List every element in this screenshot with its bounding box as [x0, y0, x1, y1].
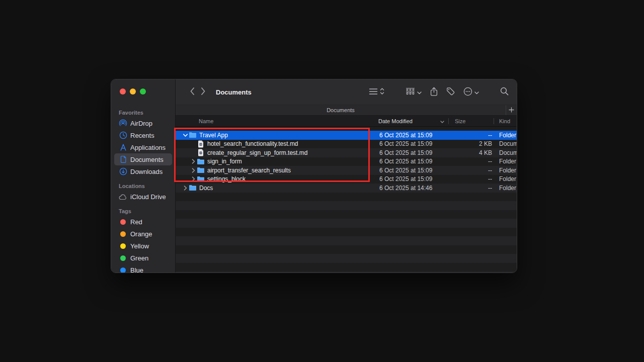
date-modified-cell: 6 Oct 2025 at 15:09 [378, 140, 449, 147]
sidebar-section-tags: TagsRedOrangeYellowGreenBlue [111, 208, 175, 273]
more-button[interactable] [463, 87, 479, 98]
new-tab-button[interactable] [506, 105, 517, 115]
sidebar-item-label: Orange [130, 230, 152, 238]
empty-row [176, 263, 517, 272]
sidebar-item-label: Recents [130, 132, 154, 139]
size-cell: -- [449, 158, 494, 165]
zoom-button[interactable] [140, 88, 146, 95]
sort-chevron-icon [440, 118, 444, 124]
chevron-down-icon [474, 88, 479, 96]
back-button[interactable] [187, 87, 198, 97]
sidebar-item-label: AirDrop [130, 120, 152, 127]
sidebar-section-label: Tags [111, 208, 175, 216]
empty-row [176, 210, 517, 219]
view-switcher-button[interactable] [369, 87, 384, 97]
tag-dot-icon [119, 242, 127, 250]
sidebar-item-orange[interactable]: Orange [114, 228, 172, 240]
file-name: create_regular_sign_up_form.test.md [207, 149, 307, 156]
more-icon [463, 87, 472, 98]
column-header-size[interactable]: Size [449, 116, 494, 126]
forward-button[interactable] [198, 87, 209, 97]
sidebar-item-applications[interactable]: Applications [114, 141, 172, 153]
sidebar-item-label: iCloud Drive [130, 193, 166, 201]
sidebar-section-locations: LocationsiCloud Drive [111, 183, 175, 203]
disclosure-chevron-icon[interactable] [191, 159, 196, 164]
sidebar-item-downloads[interactable]: Downloads [114, 165, 172, 177]
kind-cell: Folder [494, 167, 517, 174]
applications-icon [119, 143, 127, 152]
sidebar-item-documents[interactable]: Documents [114, 153, 172, 165]
disclosure-chevron-icon[interactable] [191, 168, 196, 173]
sidebar: FavoritesAirDropRecentsApplicationsDocum… [111, 79, 176, 273]
search-button[interactable] [500, 87, 509, 97]
sidebar-section-favorites: FavoritesAirDropRecentsApplicationsDocum… [111, 110, 175, 177]
sidebar-item-recents[interactable]: Recents [114, 129, 172, 141]
size-cell: -- [449, 185, 494, 192]
empty-row [176, 201, 517, 210]
empty-row [176, 193, 517, 202]
sidebar-item-red[interactable]: Red [114, 216, 172, 228]
file-name: sign_in_form [207, 158, 242, 165]
sidebar-item-label: Red [130, 218, 142, 226]
size-cell: 2 KB [449, 140, 494, 147]
window-title: Documents [216, 88, 252, 96]
size-cell: -- [449, 167, 494, 174]
tag-dot-icon [119, 230, 127, 238]
plus-icon [509, 107, 514, 114]
toolbar: Documents [176, 79, 517, 105]
folder-icon [188, 185, 197, 191]
traffic-lights [111, 88, 175, 95]
document-outline-icon [119, 155, 127, 164]
disclosure-chevron-icon[interactable] [183, 186, 188, 191]
sidebar-item-label: Yellow [130, 242, 149, 250]
minimize-button[interactable] [130, 88, 136, 95]
airdrop-icon [119, 119, 127, 128]
column-header-kind[interactable]: Kind [494, 116, 517, 126]
file-name: airport_transfer_search_results [207, 167, 291, 174]
tag-dot-icon [119, 266, 127, 274]
size-cell: -- [449, 175, 494, 183]
cloud-icon [119, 193, 127, 201]
main-area: Documents [176, 79, 517, 273]
tab-documents[interactable]: Documents [176, 105, 506, 115]
disclosure-chevron-icon[interactable] [183, 132, 188, 138]
file-row-airport-transfer-search-results[interactable]: airport_transfer_search_results 6 Oct 20… [176, 166, 517, 175]
date-modified-cell: 6 Oct 2025 at 15:09 [378, 158, 449, 165]
tab-label: Documents [327, 107, 355, 113]
disclosure-chevron-icon[interactable] [191, 176, 196, 182]
chevron-up-down-icon [380, 87, 384, 97]
empty-row [176, 219, 517, 228]
sidebar-item-label: Green [130, 254, 148, 262]
date-modified-cell: 6 Oct 2025 at 15:09 [378, 149, 449, 156]
date-modified-cell: 6 Oct 2025 at 14:46 [378, 185, 449, 192]
file-row-docs[interactable]: Docs 6 Oct 2025 at 14:46 -- Folder [176, 184, 517, 193]
kind-cell: Folder [494, 158, 517, 165]
group-by-button[interactable] [406, 87, 422, 97]
file-row-hotel-search-functionality-test-md[interactable]: hotel_search_functionality.test.md 6 Oct… [176, 140, 517, 149]
tag-dot-icon [119, 254, 127, 262]
file-row-sign-in-form[interactable]: sign_in_form 6 Oct 2025 at 15:09 -- Fold… [176, 157, 517, 166]
file-name: settings_block [207, 175, 246, 183]
sidebar-item-icloud-drive[interactable]: iCloud Drive [114, 191, 172, 203]
column-header-name[interactable]: Name [176, 116, 378, 126]
sidebar-item-airdrop[interactable]: AirDrop [114, 117, 172, 129]
file-row-settings-block[interactable]: settings_block 6 Oct 2025 at 15:09 -- Fo… [176, 175, 517, 184]
document-icon [196, 140, 205, 148]
share-icon [430, 87, 438, 98]
file-row-create-regular-sign-up-form-test-md[interactable]: create_regular_sign_up_form.test.md 6 Oc… [176, 148, 517, 157]
folder-icon [196, 167, 205, 173]
empty-row [176, 272, 517, 273]
sidebar-item-blue[interactable]: Blue [114, 264, 172, 273]
tag-button[interactable] [446, 87, 455, 97]
file-name: hotel_search_functionality.test.md [207, 140, 298, 147]
column-header-date-modified[interactable]: Date Modified [378, 116, 448, 126]
kind-cell: Folder [494, 132, 517, 139]
sidebar-item-yellow[interactable]: Yellow [114, 240, 172, 252]
file-row-travel-app[interactable]: Travel App 6 Oct 2025 at 15:09 -- Folder [176, 131, 517, 140]
share-button[interactable] [430, 87, 438, 98]
sidebar-item-green[interactable]: Green [114, 252, 172, 264]
group-by-icon [406, 87, 415, 97]
date-modified-cell: 6 Oct 2025 at 15:09 [378, 132, 449, 139]
chevron-down-icon [417, 88, 422, 96]
close-button[interactable] [120, 88, 126, 95]
